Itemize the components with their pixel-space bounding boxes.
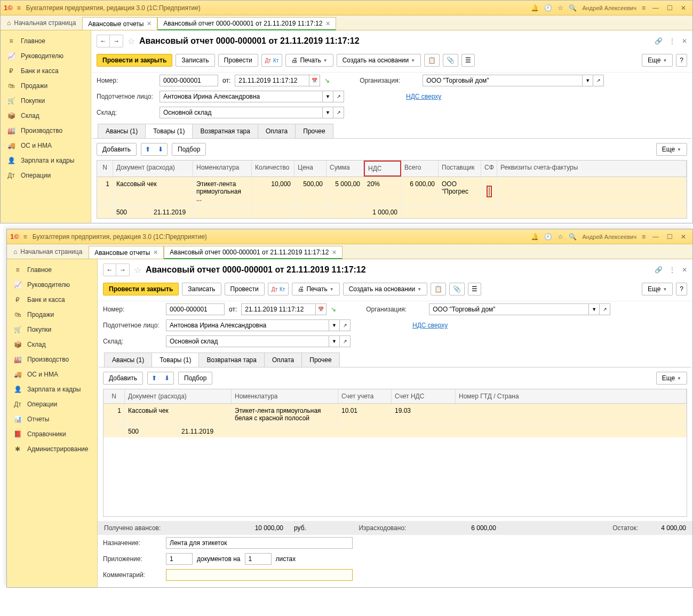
home-tab[interactable]: ⌂ Начальная страница [1,15,82,30]
col-sf[interactable]: СФ [481,161,497,177]
post-and-close-button[interactable]: Провести и закрыть [103,283,179,295]
date-field[interactable] [235,75,309,86]
cell-sf[interactable] [481,177,497,206]
home-tab[interactable]: ⌂ Начальная страница [7,244,89,259]
back-button[interactable]: ← [97,35,110,47]
history-icon[interactable]: 🕘 [544,233,552,241]
close-button[interactable]: ✕ [678,3,689,13]
col-sf-req[interactable]: Реквизиты счета-фактуры [497,161,687,177]
person-field[interactable] [160,91,323,102]
subtab-goods[interactable]: Товары (1) [145,124,193,138]
comment-field[interactable] [166,569,353,581]
post-button[interactable]: Провести [218,54,258,67]
number-field[interactable] [160,75,218,86]
subtab-advances[interactable]: Авансы (1) [104,353,152,367]
open-icon[interactable]: ↗ [340,335,351,347]
sidebar-item[interactable]: 👤Зарплата и кадры [1,153,91,168]
sidebar-item[interactable]: 🚚ОС и НМА [1,138,91,153]
sidebar-item[interactable]: ≡Главное [7,262,97,277]
sidebar-item[interactable]: 🏭Производство [7,352,97,367]
sidebar-item[interactable]: 🛍Продажи [7,307,97,322]
col-price[interactable]: Цена [294,161,326,177]
sidebar-item[interactable]: 🛒Покупки [1,93,91,108]
open-icon[interactable]: ↗ [600,303,610,315]
sidebar-item[interactable]: 📈Руководителю [1,49,91,63]
forward-button[interactable]: → [116,264,129,276]
subtab-advances[interactable]: Авансы (1) [98,124,146,138]
add-button[interactable]: Добавить [97,143,137,156]
more-icon[interactable]: ⋮ [669,266,675,274]
vat-link[interactable]: НДС сверху [412,322,448,329]
attach-button[interactable]: 📎 [449,283,465,295]
col-nomen[interactable]: Номенклатура [232,389,338,403]
close-icon[interactable]: ✕ [332,249,337,256]
sidebar-item[interactable]: ≡Главное [1,34,91,49]
username[interactable]: Андрей Алексеевич [582,5,636,11]
settings-icon[interactable]: ≡ [642,233,646,241]
write-button[interactable]: Записать [182,283,221,295]
subtab-other[interactable]: Прочее [295,124,333,138]
table-subrow[interactable]: 500 21.11.2019 [103,426,687,437]
history-icon[interactable]: 🕘 [544,4,552,12]
sidebar-item[interactable]: 📕Справочники [7,427,97,442]
calendar-icon[interactable]: 📅 [316,303,326,315]
print-button[interactable]: 🖨Печать▼ [285,54,333,67]
more-icon[interactable]: ⋮ [669,37,675,45]
sidebar-item[interactable]: 🚚ОС и НМА [7,367,97,382]
dropdown-icon[interactable]: ▼ [323,91,333,102]
print-button[interactable]: 🖨Печать▼ [292,283,339,295]
search-icon[interactable]: 🔍 [569,233,577,241]
create-based-button[interactable]: Создать на основании▼ [337,54,421,67]
minimize-button[interactable]: — [650,3,662,13]
sidebar-item[interactable]: ДтОперации [1,168,91,183]
table-row[interactable]: 1 Кассовый чек Этикет-лента прямоугольна… [103,404,687,426]
search-icon[interactable]: 🔍 [569,4,577,12]
star-icon[interactable]: ☆ [557,4,563,12]
move-down-button[interactable]: ⬇ [161,372,173,384]
dropdown-icon[interactable]: ▼ [329,335,340,347]
sidebar-item[interactable]: 📦Склад [1,108,91,123]
sidebar-item[interactable]: ДтОперации [7,397,97,412]
post-button[interactable]: Провести [225,283,265,295]
sidebar-item[interactable]: 🏭Производство [1,123,91,138]
tab-document[interactable]: Авансовый отчет 0000-000001 от 21.11.201… [157,17,336,30]
favorite-star-icon[interactable]: ☆ [128,36,135,46]
move-up-button[interactable]: ⬆ [141,143,154,155]
select-button[interactable]: Подбор [178,372,212,385]
date-field[interactable] [241,303,316,315]
back-button[interactable]: ← [103,264,116,276]
open-icon[interactable]: ↗ [340,319,351,331]
col-acct[interactable]: Счет учета [338,389,392,403]
calendar-icon[interactable]: 📅 [309,75,320,86]
dropdown-icon[interactable]: ▼ [583,75,593,86]
open-icon[interactable]: ↗ [333,107,344,118]
subtab-goods[interactable]: Товары (1) [152,353,199,367]
sidebar-item[interactable]: 📦Склад [7,337,97,352]
warehouse-field[interactable] [160,107,323,118]
close-icon[interactable]: ✕ [682,266,687,274]
minimize-button[interactable]: — [650,232,662,242]
subtab-payment[interactable]: Оплата [264,353,302,367]
close-icon[interactable]: ✕ [147,20,152,27]
dtkt-button[interactable]: ДтКт [261,54,283,67]
col-vat-acct[interactable]: Счет НДС [392,389,456,403]
post-and-close-button[interactable]: Провести и закрыть [97,54,172,67]
col-doc[interactable]: Документ (расхода) [125,389,232,403]
att-sheets-field[interactable] [245,553,272,565]
table-more-button[interactable]: Еще▼ [656,372,687,385]
select-button[interactable]: Подбор [172,143,206,156]
org-field[interactable] [429,303,589,315]
vat-link[interactable]: НДС сверху [406,93,441,100]
col-qty[interactable]: Количество [252,161,294,177]
sidebar-item[interactable]: ₽Банк и касса [1,63,91,78]
col-total[interactable]: Всего [401,161,439,177]
link-icon[interactable]: 🔗 [655,37,663,45]
col-gtd[interactable]: Номер ГТД / Страна [456,389,687,403]
warehouse-field[interactable] [166,335,329,347]
col-vat[interactable]: НДС [364,161,401,177]
more-button[interactable]: Еще▼ [642,283,673,295]
close-icon[interactable]: ✕ [153,249,158,256]
subtab-other[interactable]: Прочее [301,353,339,367]
sidebar-item[interactable]: 📊Отчеты [7,412,97,427]
tab-advances-list[interactable]: Авансовые отчеты ✕ [82,17,157,30]
